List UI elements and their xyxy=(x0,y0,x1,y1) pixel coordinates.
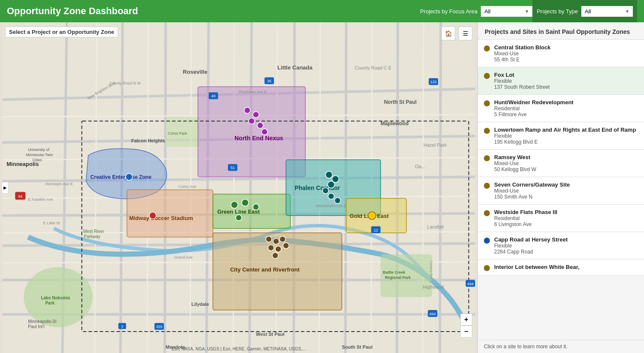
type-select-wrapper: All xyxy=(581,6,633,17)
svg-text:Lake Nokomis: Lake Nokomis xyxy=(41,296,70,300)
sidebar-item[interactable]: Ramsey WestMixed-Use50 Kellogg Blvd W xyxy=(478,150,644,177)
sidebar-header: Projects and Sites in Saint Paul Opportu… xyxy=(478,22,644,40)
svg-text:Park: Park xyxy=(45,301,55,305)
svg-point-115 xyxy=(231,202,238,208)
sidebar: Projects and Sites in Saint Paul Opportu… xyxy=(477,22,644,353)
focus-area-select-wrapper: All xyxy=(481,6,532,17)
svg-text:494: 494 xyxy=(467,282,474,286)
svg-text:University of: University of xyxy=(28,148,49,152)
svg-text:E Lake St: E Lake St xyxy=(43,221,60,225)
svg-point-127 xyxy=(272,253,278,259)
svg-point-125 xyxy=(275,246,281,252)
item-content: Central Station BlockMixed-Use55 4th St … xyxy=(494,44,550,63)
svg-point-116 xyxy=(242,199,249,206)
item-dot xyxy=(484,155,490,161)
svg-line-15 xyxy=(397,22,398,353)
svg-text:Highwood: Highwood xyxy=(423,284,444,290)
item-title: Lowertown Ramp and Air Rights at East En… xyxy=(494,127,636,133)
app-title: Opportunity Zone Dashboard xyxy=(7,6,413,17)
svg-text:Maplewood: Maplewood xyxy=(380,121,408,127)
map-instruction: Select a Project or an Opportunity Zone xyxy=(5,27,118,37)
svg-rect-41 xyxy=(127,190,213,237)
type-label: Projects by Type xyxy=(537,8,578,15)
sidebar-item[interactable]: Westside Flats Phase IIIResidential6 Liv… xyxy=(478,205,644,232)
item-type: Mixed-Use xyxy=(494,51,550,57)
focus-area-select[interactable]: All xyxy=(481,6,532,17)
svg-point-104 xyxy=(244,107,250,113)
svg-point-111 xyxy=(328,181,334,188)
svg-text:Parkway: Parkway xyxy=(84,234,100,239)
header-controls: Projects by Focus Area All Projects by T… xyxy=(413,0,637,22)
svg-point-128 xyxy=(149,212,156,219)
sidebar-item[interactable]: Interior Lot between White Bear, xyxy=(478,259,644,276)
zoom-out-btn[interactable]: − xyxy=(460,326,472,338)
svg-text:Roselawn Ave E: Roselawn Ave E xyxy=(239,90,267,94)
item-dot xyxy=(484,183,490,189)
item-title: Central Station Block xyxy=(494,44,550,51)
item-type: Residential xyxy=(494,106,574,112)
svg-text:494: 494 xyxy=(429,312,436,316)
svg-text:Creative Enterprise Zone: Creative Enterprise Zone xyxy=(91,174,152,180)
svg-point-112 xyxy=(322,188,328,194)
home-icon-btn[interactable]: 🏠 xyxy=(441,27,455,40)
map-nav-arrow[interactable]: ▶ xyxy=(2,182,9,194)
svg-text:Midway Soccer Stadium: Midway Soccer Stadium xyxy=(129,215,193,221)
svg-text:Landfall: Landfall xyxy=(427,224,444,229)
item-dot xyxy=(484,73,490,79)
sidebar-item[interactable]: Capp Road at Hersey StreetFlexible2284 C… xyxy=(478,232,644,259)
svg-text:Paul Int'l: Paul Int'l xyxy=(28,324,44,329)
item-dot xyxy=(484,238,490,244)
svg-text:County Road C E: County Road C E xyxy=(355,65,392,70)
svg-text:36: 36 xyxy=(267,79,271,83)
item-dot xyxy=(484,128,490,134)
item-dot xyxy=(484,100,490,106)
svg-point-114 xyxy=(334,198,340,204)
item-title: Ramsey West xyxy=(494,154,536,160)
focus-area-label: Projects by Focus Area xyxy=(420,8,477,15)
item-type: Flexible xyxy=(494,78,550,84)
svg-text:South St Paul: South St Paul xyxy=(342,344,373,350)
svg-point-109 xyxy=(325,171,332,178)
item-content: Westside Flats Phase IIIResidential6 Liv… xyxy=(494,209,557,227)
type-select[interactable]: All xyxy=(581,6,633,17)
item-address: 137 South Robert Street xyxy=(494,84,550,90)
map-attribution: Esri, NASA, NGA, USGS | Esri, HERE, Garm… xyxy=(172,347,306,351)
item-address: 2284 Capp Road xyxy=(494,249,568,255)
item-address: 5 Fillmore Ave xyxy=(494,112,574,118)
item-content: Fox LotFlexible137 South Robert Street xyxy=(494,72,550,90)
svg-text:West St Paul: West St Paul xyxy=(256,332,284,337)
zoom-in-btn[interactable]: + xyxy=(460,314,472,326)
sidebar-item[interactable]: Central Station BlockMixed-Use55 4th St … xyxy=(478,40,644,67)
item-title: Capp Road at Hersey Street xyxy=(494,236,568,243)
list-icon-btn[interactable]: ☰ xyxy=(459,27,472,40)
svg-text:Minneapolis-St: Minneapolis-St xyxy=(28,319,56,324)
svg-point-122 xyxy=(273,238,279,244)
svg-text:Minnesota-Twin: Minnesota-Twin xyxy=(26,153,53,157)
svg-line-29 xyxy=(423,22,424,353)
map-zoom-controls: + − xyxy=(460,314,472,338)
item-address: 195 Kellogg Blvd E xyxy=(494,139,636,145)
sidebar-item[interactable]: Seven Corners/Gateway SiteMixed-Use150 S… xyxy=(478,177,644,205)
svg-point-129 xyxy=(126,173,133,180)
item-title: Interior Lot between White Bear, xyxy=(494,264,580,270)
svg-text:51: 51 xyxy=(231,166,235,170)
item-dot xyxy=(484,45,490,51)
item-content: Hunt/Weidner RedevelopmentResidential5 F… xyxy=(494,99,574,118)
map-svg: Lake Nokomis Park Battle Creek Regional … xyxy=(0,22,477,353)
svg-line-10 xyxy=(165,22,166,353)
svg-point-118 xyxy=(236,215,242,221)
item-dot xyxy=(484,265,490,271)
sidebar-item[interactable]: Lowertown Ramp and Air Rights at East En… xyxy=(478,122,644,150)
svg-text:49: 49 xyxy=(211,94,216,98)
svg-text:Lilydale: Lilydale xyxy=(191,302,209,307)
item-title: Seven Corners/Gateway Site xyxy=(494,181,570,188)
svg-text:355: 355 xyxy=(156,325,162,329)
map-area[interactable]: Select a Project or an Opportunity Zone … xyxy=(0,22,477,353)
sidebar-footer: Click on a site to learn more about it. xyxy=(478,340,644,353)
sidebar-item[interactable]: Fox LotFlexible137 South Robert Street xyxy=(478,67,644,95)
svg-text:Hennepin Ave E: Hennepin Ave E xyxy=(45,182,73,186)
svg-text:Century Ave S: Century Ave S xyxy=(429,261,433,283)
svg-line-16 xyxy=(440,22,441,353)
sidebar-item[interactable]: Hunt/Weidner RedevelopmentResidential5 F… xyxy=(478,95,644,122)
svg-point-121 xyxy=(266,236,272,242)
